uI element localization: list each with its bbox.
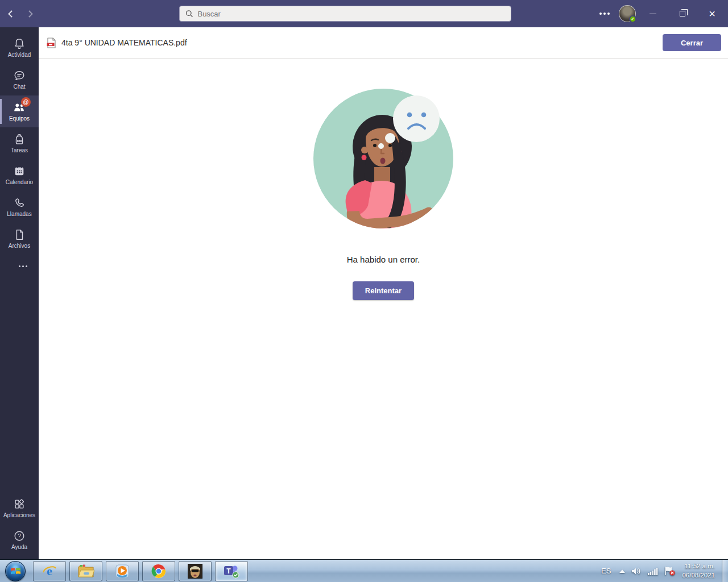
taskbar-media-player-button[interactable]	[106, 561, 139, 581]
document-icon	[13, 228, 26, 241]
sidebar-item-llamadas[interactable]: Llamadas	[0, 191, 39, 223]
error-content: Ha habido un error. Reintentar	[39, 59, 728, 559]
clock-time: 11:52 a.m.	[682, 562, 715, 571]
system-tray: ES 11:52 a.m. 06	[599, 560, 722, 582]
forward-arrow-icon[interactable]	[26, 10, 33, 18]
sidebar-item-chat[interactable]: Chat	[0, 64, 39, 95]
file-explorer-icon	[77, 564, 94, 579]
phone-icon	[13, 197, 26, 209]
sidebar-item-label: Chat	[13, 84, 25, 90]
file-header: 4ta 9° UNIDAD MATEMATICAS.pdf Cerrar	[39, 27, 728, 59]
teams-window: ✓ × Actividad	[0, 0, 728, 559]
titlebar-right: ✓ ×	[599, 0, 728, 27]
taskbar: e	[0, 559, 728, 582]
sidebar-item-tareas[interactable]: Tareas	[0, 127, 39, 159]
chrome-icon	[151, 563, 167, 579]
sidebar-item-label: Archivos	[9, 243, 30, 249]
sidebar-more-button[interactable]	[0, 255, 39, 277]
pdf-file-icon	[47, 38, 56, 48]
clock-date: 06/08/2021	[682, 571, 715, 580]
sidebar-item-label: Aplicaciones	[3, 512, 35, 518]
svg-text:?: ?	[18, 533, 21, 539]
calendar-icon	[13, 165, 26, 177]
chat-icon	[13, 69, 26, 82]
file-name: 4ta 9° UNIDAD MATEMATICAS.pdf	[61, 38, 187, 47]
minimize-icon	[650, 14, 656, 14]
titlebar: ✓ ×	[0, 0, 728, 27]
sidebar-item-ayuda[interactable]: ? Ayuda	[0, 524, 39, 556]
taskbar-file-explorer-button[interactable]	[69, 561, 102, 581]
network-signal-icon[interactable]	[648, 567, 658, 575]
back-arrow-icon[interactable]	[8, 10, 15, 18]
search-box[interactable]	[179, 6, 511, 22]
taskbar-buttons: e	[31, 560, 248, 582]
avatar[interactable]: ✓	[619, 5, 636, 22]
ellipsis-icon	[19, 265, 20, 267]
sidebar-item-label: Equipos	[9, 115, 30, 122]
action-center-flag-icon[interactable]	[664, 566, 676, 576]
window-body: Actividad Chat	[0, 27, 728, 559]
screen: ✓ × Actividad	[0, 0, 728, 582]
reintentar-button[interactable]: Reintentar	[353, 281, 414, 300]
minimize-button[interactable]	[640, 0, 665, 27]
windows-start-orb-icon	[5, 561, 26, 581]
sidebar-item-label: Ayuda	[11, 544, 27, 550]
file-viewer-pane: 4ta 9° UNIDAD MATEMATICAS.pdf Cerrar	[39, 27, 728, 559]
language-indicator[interactable]: ES	[599, 567, 613, 575]
sidebar-item-label: Calendario	[6, 179, 33, 185]
clock[interactable]: 11:52 a.m. 06/08/2021	[682, 562, 717, 580]
app-sidebar: Actividad Chat	[0, 27, 39, 559]
sidebar-item-label: Llamadas	[7, 211, 31, 217]
windows-flag-icon	[10, 566, 21, 576]
error-message: Ha habido un error.	[347, 255, 420, 264]
svg-text:e: e	[47, 564, 52, 578]
windows-media-player-icon	[114, 563, 130, 579]
teams-app-icon: T	[223, 564, 240, 579]
cerrar-button[interactable]: Cerrar	[663, 34, 721, 51]
taskbar-photo-viewer-button[interactable]	[179, 561, 212, 581]
nav-arrows	[0, 11, 91, 16]
mention-badge: @	[21, 97, 31, 107]
presence-available-icon: ✓	[629, 15, 636, 23]
close-button[interactable]: ×	[700, 0, 725, 27]
restore-button[interactable]	[670, 0, 695, 27]
taskbar-internet-explorer-button[interactable]: e	[33, 561, 66, 581]
sidebar-item-archivos[interactable]: Archivos	[0, 223, 39, 255]
sidebar-item-calendario[interactable]: Calendario	[0, 159, 39, 191]
more-options-icon[interactable]	[599, 13, 602, 15]
help-circle-icon: ?	[13, 530, 26, 542]
search-input[interactable]	[197, 10, 505, 18]
hidden-icons-arrow-icon[interactable]	[619, 569, 625, 573]
volume-icon[interactable]	[631, 567, 642, 576]
sidebar-item-label: Tareas	[11, 147, 28, 153]
search-icon	[185, 10, 193, 18]
restore-icon	[680, 11, 685, 16]
bell-icon	[13, 38, 26, 50]
photo-viewer-icon	[188, 564, 202, 579]
svg-text:T: T	[226, 567, 231, 575]
backpack-icon	[13, 133, 26, 146]
error-illustration	[312, 83, 454, 234]
taskbar-teams-button[interactable]: T	[215, 561, 248, 581]
sidebar-item-actividad[interactable]: Actividad	[0, 32, 39, 64]
show-desktop-button[interactable]	[722, 560, 728, 582]
sidebar-item-label: Actividad	[8, 52, 31, 58]
start-button[interactable]	[0, 560, 31, 582]
sidebar-item-aplicaciones[interactable]: Aplicaciones	[0, 492, 39, 524]
taskbar-chrome-button[interactable]	[142, 561, 175, 581]
sidebar-item-equipos[interactable]: @ Equipos	[0, 95, 39, 127]
apps-grid-icon	[13, 498, 26, 510]
search-wrap	[91, 6, 599, 22]
internet-explorer-icon: e	[42, 563, 57, 579]
